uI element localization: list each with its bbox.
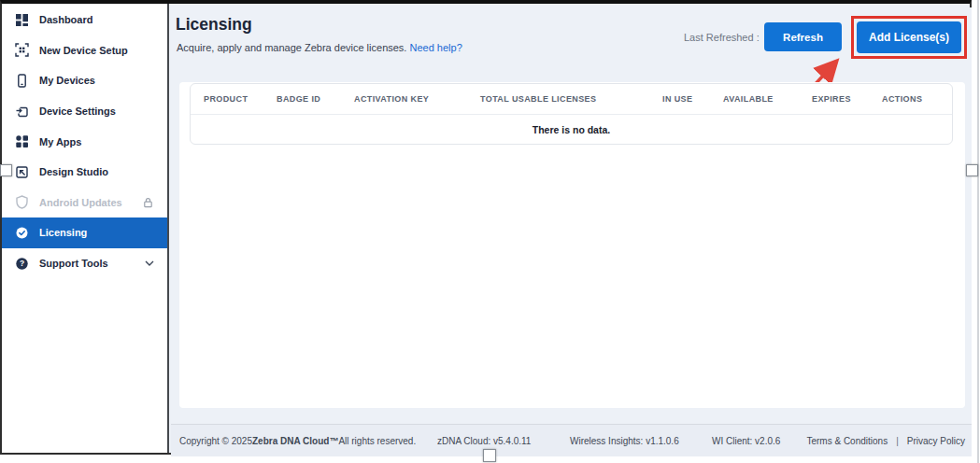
table-header-row: PRODUCT BADGE ID ACTIVATION KEY TOTAL US… [191, 84, 952, 115]
lock-icon [142, 196, 154, 208]
selection-handle-right[interactable] [966, 164, 978, 176]
column-header-activation-key: ACTIVATION KEY [354, 94, 480, 104]
sidebar-item-support-tools[interactable]: ? Support Tools [2, 248, 167, 279]
sidebar-item-label: Design Studio [39, 166, 108, 177]
sidebar-item-my-devices[interactable]: My Devices [2, 65, 167, 96]
sidebar-item-label: Support Tools [39, 258, 108, 269]
app-window: Dashboard New Device Setup [0, 0, 972, 455]
footer: Copyright © 2025 Zebra DNA Cloud™ All ri… [171, 424, 972, 456]
dashboard-icon [14, 12, 29, 27]
help-circle-icon: ? [14, 256, 29, 271]
sidebar-item-dashboard[interactable]: Dashboard [2, 5, 167, 35]
document-edge-line [977, 0, 979, 463]
smartphone-icon [14, 73, 29, 88]
page-subtitle: Acquire, apply and manage Zebra device l… [177, 42, 462, 53]
privacy-policy-link[interactable]: Privacy Policy [907, 436, 965, 446]
sidebar-item-label: My Devices [39, 75, 95, 86]
device-settings-icon [14, 104, 29, 119]
sidebar: Dashboard New Device Setup [2, 4, 169, 453]
column-header-product: PRODUCT [204, 94, 277, 104]
sidebar-item-label: Android Updates [39, 197, 122, 208]
column-header-total-usable: TOTAL USABLE LICENSES [480, 94, 662, 104]
svg-text:?: ? [19, 259, 23, 268]
column-header-actions: ACTIONS [882, 94, 952, 104]
column-header-expires: EXPIRES [812, 94, 882, 104]
sidebar-item-new-device-setup[interactable]: New Device Setup [2, 35, 167, 66]
main-content: Licensing Acquire, apply and manage Zebr… [171, 7, 972, 456]
footer-links: Terms & Conditions | Privacy Policy [806, 425, 965, 457]
brand-name: Zebra DNA Cloud™ [252, 436, 338, 446]
column-header-available: AVAILABLE [723, 94, 812, 104]
terms-conditions-link[interactable]: Terms & Conditions [806, 436, 888, 446]
add-licenses-button[interactable]: Add License(s) [857, 21, 961, 53]
licenses-table: PRODUCT BADGE ID ACTIVATION KEY TOTAL US… [190, 83, 953, 145]
sidebar-item-licensing[interactable]: Licensing [2, 217, 167, 248]
design-cursor-icon [14, 164, 29, 179]
selection-handle-bottom[interactable] [483, 449, 496, 462]
need-help-link[interactable]: Need help? [409, 42, 462, 53]
sidebar-item-label: Dashboard [39, 14, 92, 25]
column-header-in-use: IN USE [662, 94, 723, 104]
content-card: PRODUCT BADGE ID ACTIVATION KEY TOTAL US… [179, 82, 965, 408]
sidebar-item-label: Device Settings [39, 105, 116, 117]
wi-client-version: WI Client: v2.0.6 [712, 425, 780, 457]
last-refreshed-label: Last Refreshed : [684, 32, 760, 43]
sidebar-item-label: Licensing [39, 227, 87, 238]
screenshot-canvas: Dashboard New Device Setup [0, 0, 980, 463]
page-title: Licensing [176, 15, 252, 35]
apps-grid-icon [14, 134, 29, 149]
qr-scan-icon [14, 43, 29, 58]
refresh-button[interactable]: Refresh [764, 22, 842, 51]
column-header-badge-id: BADGE ID [277, 94, 354, 104]
wireless-insights-version: Wireless Insights: v1.1.0.6 [570, 425, 679, 457]
chevron-down-icon [145, 260, 154, 266]
selection-handle-left[interactable] [0, 164, 12, 176]
empty-table-message: There is no data. [191, 115, 952, 144]
subtitle-text: Acquire, apply and manage Zebra device l… [177, 42, 406, 53]
sidebar-item-my-apps[interactable]: My Apps [2, 126, 167, 157]
sidebar-item-label: My Apps [39, 136, 81, 147]
sidebar-item-label: New Device Setup [39, 45, 128, 56]
sidebar-item-android-updates[interactable]: Android Updates [2, 188, 167, 218]
links-separator: | [896, 436, 899, 446]
copyright-text: Copyright © 2025 Zebra DNA Cloud™ All ri… [179, 425, 416, 457]
android-shield-icon [14, 195, 29, 210]
sidebar-item-device-settings[interactable]: Device Settings [2, 96, 167, 127]
annotation-highlight-box: Add License(s) [851, 16, 967, 59]
license-badge-icon [14, 225, 29, 240]
sidebar-item-design-studio[interactable]: Design Studio [2, 157, 167, 188]
